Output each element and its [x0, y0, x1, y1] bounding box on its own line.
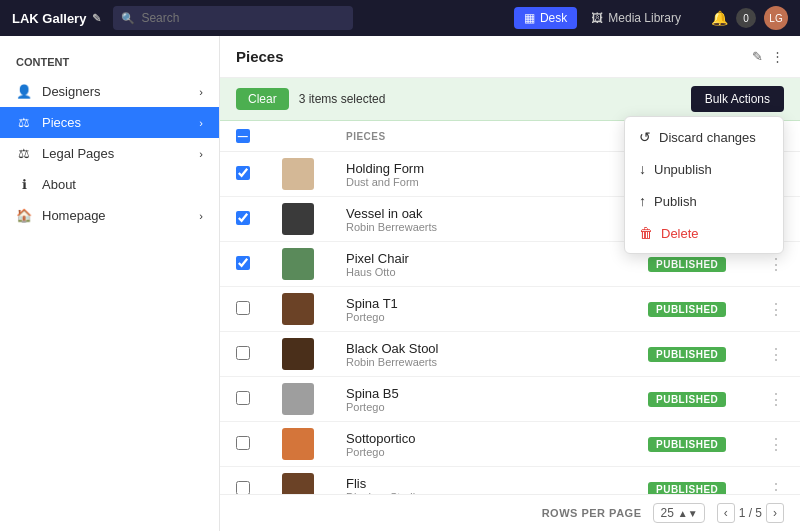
- dropdown-item-delete[interactable]: 🗑 Delete: [625, 217, 783, 249]
- bulk-actions-button[interactable]: Bulk Actions: [691, 86, 784, 112]
- tab-desk[interactable]: ▦ Desk: [514, 7, 577, 29]
- top-nav: LAK Gallery ✎ 🔍 ▦ Desk 🖼 Media Library 🔔…: [0, 0, 800, 36]
- nav-logo: LAK Gallery ✎: [12, 11, 101, 26]
- pieces-title: Pieces: [236, 48, 284, 65]
- about-icon: ℹ: [16, 177, 32, 192]
- piece-name: Pixel Chair: [346, 251, 616, 266]
- sidebar-label-designers: Designers: [42, 84, 101, 99]
- status-badge: PUBLISHED: [648, 302, 726, 317]
- select-all-checkbox[interactable]: —: [236, 129, 250, 143]
- piece-name: Vessel in oak: [346, 206, 616, 221]
- pieces-edit-icon[interactable]: ✎: [752, 49, 763, 64]
- sidebar-item-homepage[interactable]: 🏠 Homepage ›: [0, 200, 219, 231]
- sidebar-item-pieces[interactable]: ⚖ Pieces ›: [0, 107, 219, 138]
- piece-sub: Robin Berrewaerts: [346, 356, 616, 368]
- next-page-button[interactable]: ›: [766, 503, 784, 523]
- piece-sub: Robin Berrewaerts: [346, 221, 616, 233]
- chevron-icon-homepage: ›: [199, 210, 203, 222]
- unpublish-label: Unpublish: [654, 162, 712, 177]
- pieces-more-icon[interactable]: ⋮: [771, 49, 784, 64]
- table-row: FlisDiaphan StudioPUBLISHED⋮: [220, 467, 800, 495]
- row-actions-button[interactable]: ⋮: [768, 255, 784, 274]
- row-actions-button[interactable]: ⋮: [768, 300, 784, 319]
- rows-per-page-select[interactable]: 25 ▲▼: [653, 503, 704, 523]
- avatar[interactable]: LG: [764, 6, 788, 30]
- publish-icon: ↑: [639, 193, 646, 209]
- main-layout: Content 👤 Designers › ⚖ Pieces › ⚖ Legal…: [0, 36, 800, 531]
- col-check: —: [220, 121, 266, 152]
- row-actions-button[interactable]: ⋮: [768, 345, 784, 364]
- piece-sub: Portego: [346, 401, 616, 413]
- piece-sub: Portego: [346, 311, 616, 323]
- row-checkbox[interactable]: [236, 481, 250, 495]
- status-badge: PUBLISHED: [648, 347, 726, 362]
- sidebar-item-about[interactable]: ℹ About: [0, 169, 219, 200]
- table-footer: ROWS PER PAGE 25 ▲▼ ‹ 1 / 5 ›: [220, 494, 800, 531]
- delete-icon: 🗑: [639, 225, 653, 241]
- prev-page-button[interactable]: ‹: [717, 503, 735, 523]
- tab-media-library[interactable]: 🖼 Media Library: [581, 7, 691, 29]
- desk-icon: ▦: [524, 11, 535, 25]
- rows-select-chevron: ▲▼: [678, 508, 698, 519]
- row-checkbox[interactable]: [236, 301, 250, 315]
- page-nav: ‹ 1 / 5 ›: [717, 503, 784, 523]
- table-row: Spina B5PortegoPUBLISHED⋮: [220, 377, 800, 422]
- table-row: SottoporticoPortegoPUBLISHED⋮: [220, 422, 800, 467]
- media-label: Media Library: [608, 11, 681, 25]
- piece-name: Spina T1: [346, 296, 616, 311]
- row-checkbox[interactable]: [236, 346, 250, 360]
- designers-icon: 👤: [16, 84, 32, 99]
- table-row: Spina T1PortegoPUBLISHED⋮: [220, 287, 800, 332]
- media-icon: 🖼: [591, 11, 603, 25]
- col-pieces: PIECES: [330, 121, 632, 152]
- search-input[interactable]: [141, 11, 345, 25]
- chevron-icon: ›: [199, 86, 203, 98]
- row-actions-button[interactable]: ⋮: [768, 480, 784, 495]
- piece-name: Spina B5: [346, 386, 616, 401]
- status-badge: PUBLISHED: [648, 257, 726, 272]
- chevron-icon-pieces: ›: [199, 117, 203, 129]
- user-badge[interactable]: 0: [736, 8, 756, 28]
- sidebar-label-pieces: Pieces: [42, 115, 81, 130]
- row-checkbox[interactable]: [236, 211, 250, 225]
- piece-sub: Dust and Form: [346, 176, 616, 188]
- logo-text: LAK Gallery: [12, 11, 86, 26]
- sidebar-label-legal: Legal Pages: [42, 146, 114, 161]
- nav-icons: 🔔 0 LG: [711, 6, 788, 30]
- row-checkbox[interactable]: [236, 391, 250, 405]
- discard-label: Discard changes: [659, 130, 756, 145]
- col-thumb: [266, 121, 330, 152]
- row-checkbox[interactable]: [236, 256, 250, 270]
- desk-label: Desk: [540, 11, 567, 25]
- unpublish-icon: ↓: [639, 161, 646, 177]
- nav-search-bar[interactable]: 🔍: [113, 6, 353, 30]
- piece-name: Sottoportico: [346, 431, 616, 446]
- row-checkbox[interactable]: [236, 436, 250, 450]
- rows-per-page-value: 25: [660, 506, 673, 520]
- clear-button[interactable]: Clear: [236, 88, 289, 110]
- homepage-icon: 🏠: [16, 208, 32, 223]
- bell-icon[interactable]: 🔔: [711, 10, 728, 26]
- sidebar-item-designers[interactable]: 👤 Designers ›: [0, 76, 219, 107]
- logo-edit-icon[interactable]: ✎: [92, 12, 101, 25]
- sidebar-item-legal-pages[interactable]: ⚖ Legal Pages ›: [0, 138, 219, 169]
- avatar-text: LG: [769, 13, 782, 24]
- row-checkbox[interactable]: [236, 166, 250, 180]
- row-actions-button[interactable]: ⋮: [768, 390, 784, 409]
- nav-tabs: ▦ Desk 🖼 Media Library: [514, 7, 691, 29]
- table-row: Black Oak StoolRobin BerrewaertsPUBLISHE…: [220, 332, 800, 377]
- sidebar-label-about: About: [42, 177, 76, 192]
- dropdown-item-unpublish[interactable]: ↓ Unpublish: [625, 153, 783, 185]
- status-badge: PUBLISHED: [648, 437, 726, 452]
- delete-label: Delete: [661, 226, 699, 241]
- dropdown-item-publish[interactable]: ↑ Publish: [625, 185, 783, 217]
- row-actions-button[interactable]: ⋮: [768, 435, 784, 454]
- pieces-header-icons: ✎ ⋮: [752, 49, 784, 64]
- sidebar-label-homepage: Homepage: [42, 208, 106, 223]
- piece-name: Flis: [346, 476, 616, 491]
- bulk-actions-dropdown: ↺ Discard changes ↓ Unpublish ↑ Publish …: [624, 116, 784, 254]
- status-badge: PUBLISHED: [648, 482, 726, 494]
- content-area: Pieces ✎ ⋮ Clear 3 items selected Bulk A…: [220, 36, 800, 531]
- dropdown-item-discard[interactable]: ↺ Discard changes: [625, 121, 783, 153]
- chevron-icon-legal: ›: [199, 148, 203, 160]
